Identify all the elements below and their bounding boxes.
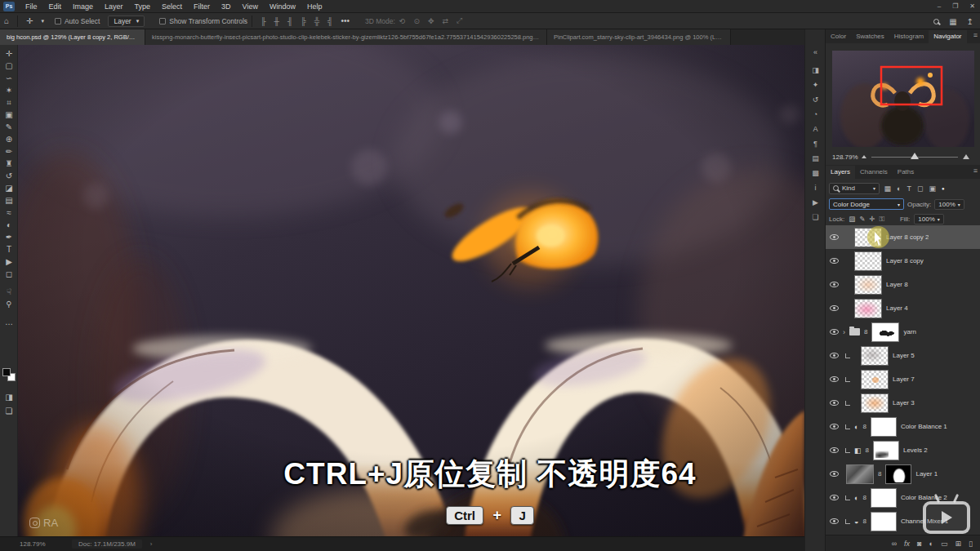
align-center-icon[interactable]: ╫ bbox=[270, 17, 283, 25]
fill-dropdown[interactable]: 100% ▾ bbox=[914, 214, 943, 224]
visibility-eye-icon[interactable] bbox=[830, 353, 839, 358]
gradient-tool-button[interactable]: ▤ bbox=[0, 194, 18, 207]
filter-smart-objects-icon[interactable]: ▣ bbox=[928, 184, 938, 193]
hand-tool-button[interactable]: ☟ bbox=[0, 286, 18, 298]
share-icon[interactable]: ↥ bbox=[967, 17, 973, 26]
smudge-tool-button[interactable]: ≈ bbox=[0, 207, 18, 219]
home-icon[interactable]: ⌂ bbox=[0, 16, 13, 25]
layer-row[interactable]: Layer 5 bbox=[826, 344, 980, 367]
distribute-right-icon[interactable]: ╣ bbox=[323, 17, 336, 25]
mask-link-icon[interactable]: 8 bbox=[862, 423, 866, 430]
tab-navigator[interactable]: Navigator bbox=[929, 30, 966, 43]
tab-swatches[interactable]: Swatches bbox=[851, 30, 889, 43]
info-panel-icon[interactable]: i bbox=[805, 181, 826, 194]
eraser-tool-button[interactable]: ◪ bbox=[0, 182, 18, 194]
menu-select[interactable]: Select bbox=[156, 0, 188, 13]
pen-tool-button[interactable]: ✒ bbox=[0, 231, 18, 243]
layer-thumbnail[interactable] bbox=[854, 299, 882, 318]
foreground-color-swatch[interactable] bbox=[2, 368, 11, 376]
filter-adjustment-layers-icon[interactable]: ◐ bbox=[896, 184, 902, 193]
blend-mode-dropdown[interactable]: Color Dodge ▾ bbox=[829, 198, 904, 210]
zoom-in-icon[interactable] bbox=[963, 154, 969, 159]
3d-roll-icon[interactable]: ⊙ bbox=[409, 17, 424, 25]
tab-histogram[interactable]: Histogram bbox=[889, 30, 929, 43]
mask-link-icon[interactable]: 8 bbox=[878, 470, 881, 478]
menu-file[interactable]: File bbox=[20, 0, 43, 13]
opacity-dropdown[interactable]: 100% ▾ bbox=[934, 199, 964, 210]
layer-name[interactable]: Layer 1 bbox=[915, 470, 938, 478]
panel-menu-icon[interactable]: ≡ bbox=[973, 31, 978, 39]
link-layers-icon[interactable]: ∞ bbox=[892, 540, 897, 548]
visibility-eye-icon[interactable] bbox=[830, 400, 839, 406]
tab-color[interactable]: Color bbox=[826, 30, 851, 43]
visibility-eye-icon[interactable] bbox=[830, 282, 839, 287]
restore-button[interactable]: ❐ bbox=[952, 0, 958, 13]
adjustments-panel-icon[interactable]: ◔ bbox=[805, 108, 826, 121]
layer-name[interactable]: Layer 4 bbox=[886, 304, 908, 312]
layer-name[interactable]: Layer 8 bbox=[886, 281, 908, 288]
layer-name[interactable]: yarn bbox=[903, 328, 916, 335]
layer-row[interactable]: 8 Layer 1 bbox=[826, 462, 980, 486]
dodge-tool-button[interactable]: ◐ bbox=[0, 219, 18, 231]
mask-link-icon[interactable]: 8 bbox=[862, 494, 866, 501]
layer-row[interactable]: Layer 7 bbox=[826, 367, 980, 391]
tab-layers[interactable]: Layers bbox=[826, 166, 855, 179]
visibility-eye-icon[interactable] bbox=[830, 234, 839, 240]
healing-brush-tool-button[interactable]: ⊕ bbox=[0, 133, 18, 145]
navigator-zoom-value[interactable]: 128.79% bbox=[832, 153, 858, 161]
menu-help[interactable]: Help bbox=[301, 0, 328, 13]
history-panel-icon[interactable]: ◨ bbox=[805, 64, 826, 77]
layer-mask-thumbnail[interactable] bbox=[871, 488, 897, 508]
layer-name[interactable]: Layer 3 bbox=[893, 399, 915, 407]
tab-paths[interactable]: Paths bbox=[893, 166, 919, 179]
distribute-left-icon[interactable]: ╠ bbox=[296, 17, 310, 25]
close-button[interactable]: ✕ bbox=[969, 0, 975, 13]
quick-selection-tool-button[interactable]: ✶ bbox=[0, 84, 18, 96]
screen-mode-button[interactable]: ❏ bbox=[0, 405, 18, 417]
visibility-eye-icon[interactable] bbox=[830, 424, 839, 429]
brush-tool-button[interactable]: ✏ bbox=[0, 145, 18, 158]
align-right-icon[interactable]: ╢ bbox=[283, 17, 296, 25]
layer-thumbnail[interactable] bbox=[846, 464, 874, 484]
3d-pan-icon[interactable]: ✥ bbox=[424, 17, 439, 25]
lasso-tool-button[interactable]: ∽ bbox=[0, 72, 18, 84]
status-zoom-value[interactable]: 128.79% bbox=[20, 540, 62, 548]
visibility-eye-icon[interactable] bbox=[830, 258, 839, 264]
filter-type-layers-icon[interactable]: T bbox=[906, 184, 913, 193]
paragraph-panel-icon[interactable]: ¶ bbox=[805, 137, 826, 150]
new-group-icon[interactable]: ▭ bbox=[941, 540, 948, 548]
styles-panel-icon[interactable]: ❏ bbox=[805, 211, 826, 224]
eyedropper-tool-button[interactable]: ✎ bbox=[0, 121, 18, 133]
visibility-eye-icon[interactable] bbox=[830, 495, 839, 500]
distribute-center-icon[interactable]: ╬ bbox=[310, 17, 323, 25]
layer-thumbnail[interactable] bbox=[861, 370, 889, 389]
collapse-panels-icon[interactable]: « bbox=[805, 46, 826, 59]
menu-layer[interactable]: Layer bbox=[99, 0, 129, 13]
delete-layer-icon[interactable]: ▯ bbox=[969, 540, 973, 548]
lock-transparent-icon[interactable]: ▨ bbox=[849, 215, 855, 223]
layer-effects-icon[interactable]: fx bbox=[904, 540, 910, 548]
auto-select-target-dropdown[interactable]: Layer ▾ bbox=[108, 16, 145, 27]
layer-name[interactable]: Layer 8 copy 2 bbox=[886, 233, 929, 241]
panel-menu-icon[interactable]: ≡ bbox=[973, 167, 978, 175]
align-left-icon[interactable]: ╟ bbox=[256, 17, 270, 25]
lock-all-icon[interactable]: ⚿ bbox=[879, 215, 884, 224]
visibility-eye-icon[interactable] bbox=[830, 305, 839, 311]
chevron-down-icon[interactable]: ▾ bbox=[37, 18, 48, 24]
layer-name[interactable]: Color Balance 2 bbox=[901, 494, 947, 501]
minimize-button[interactable]: – bbox=[938, 0, 941, 13]
group-mask-thumbnail[interactable] bbox=[871, 322, 899, 342]
visibility-eye-icon[interactable] bbox=[830, 329, 839, 335]
layer-thumbnail[interactable] bbox=[861, 346, 889, 366]
zoom-slider-thumb[interactable] bbox=[911, 153, 919, 159]
brush-settings-panel-icon[interactable]: ✦ bbox=[805, 78, 826, 91]
more-tools-button[interactable]: … bbox=[0, 316, 18, 328]
layer-row[interactable]: Layer 8 copy bbox=[826, 249, 980, 273]
layer-name[interactable]: Levels 2 bbox=[903, 447, 928, 454]
layer-mask-thumbnail[interactable] bbox=[871, 512, 897, 531]
search-icon[interactable] bbox=[933, 19, 939, 24]
layer-row[interactable]: Layer 3 bbox=[826, 391, 980, 415]
mask-link-icon[interactable]: 8 bbox=[864, 328, 867, 335]
status-chevron-icon[interactable]: › bbox=[150, 540, 153, 548]
history-brush-tool-button[interactable]: ↺ bbox=[0, 170, 18, 182]
